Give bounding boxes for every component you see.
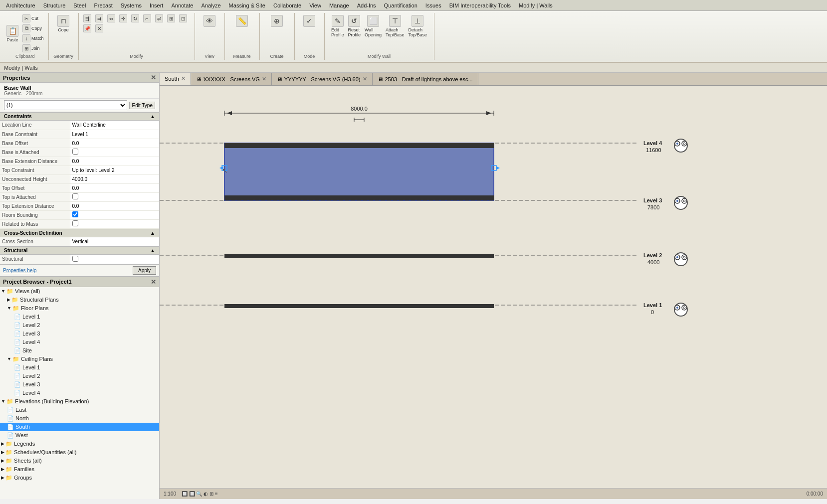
menu-insert[interactable]: Insert [146, 1, 168, 9]
top-attached-checkbox[interactable] [72, 193, 78, 199]
cut-button[interactable]: ✂ Cut [21, 14, 45, 23]
detach-top-base-button[interactable]: ⊥ DetachTop/Base [407, 14, 429, 38]
join-button[interactable]: ⊞ Join [21, 44, 45, 53]
tree-ceil-level2[interactable]: 📄 Level 2 [0, 372, 159, 380]
canvas-area[interactable]: 8000.0 Level 4 11600 [160, 86, 827, 488]
pin-button[interactable]: 📌 [82, 24, 93, 33]
measure-button[interactable]: 📏 [234, 14, 249, 28]
match-button[interactable]: ↕ Match [21, 34, 45, 43]
instance-count-select[interactable]: (1) [4, 100, 127, 110]
menu-quantification[interactable]: Quantification [380, 1, 421, 9]
menu-precast[interactable]: Precast [90, 1, 116, 9]
tree-families[interactable]: ▶ 📁 Families [0, 465, 159, 474]
properties-help-link[interactable]: Properties help [3, 268, 36, 273]
copy-button[interactable]: ⧉ Copy [21, 24, 45, 33]
tab-draft[interactable]: 🖥 2503 - Draft of lightings above esc... [373, 73, 478, 85]
menu-steel[interactable]: Steel [69, 1, 90, 9]
unconnected-height-input[interactable] [72, 176, 158, 182]
top-ext-dist-input[interactable] [72, 203, 158, 209]
tree-floor-level2[interactable]: 📄 Level 2 [0, 321, 159, 330]
edit-profile-button[interactable]: ✎ EditProfile [330, 14, 346, 38]
tree-elev-east[interactable]: 📄 East [0, 406, 159, 414]
apply-button[interactable]: Apply [133, 266, 156, 275]
align-button[interactable]: ⇶ [82, 14, 93, 23]
menu-addins[interactable]: Add-Ins [353, 1, 380, 9]
menu-issues[interactable]: Issues [421, 1, 445, 9]
tree-ceil-level1[interactable]: 📄 Level 1 [0, 363, 159, 372]
properties-close-button[interactable]: ✕ [151, 74, 156, 81]
tree-floor-level4[interactable]: 📄 Level 4 [0, 338, 159, 346]
menu-collaborate[interactable]: Collaborate [269, 1, 305, 9]
location-line-input[interactable] [72, 122, 158, 128]
cross-section-header[interactable]: Cross-Section Definition ▲ [0, 229, 159, 237]
structural-arrow[interactable]: ▲ [150, 248, 155, 253]
base-constraint-input[interactable] [72, 132, 158, 137]
tree-views-all[interactable]: ▼ 📁 Views (all) [0, 287, 159, 296]
array-button[interactable]: ⊞ [166, 14, 177, 23]
menu-annotate[interactable]: Annotate [167, 1, 197, 9]
project-browser-close[interactable]: ✕ [151, 278, 156, 286]
tab-south[interactable]: South ✕ [160, 73, 191, 85]
scale-button[interactable]: ⊡ [178, 14, 189, 23]
split-button[interactable]: ⇌ [154, 14, 165, 23]
tree-ceil-level3[interactable]: 📄 Level 3 [0, 380, 159, 389]
menu-architecture[interactable]: Architecture [2, 1, 39, 9]
tree-elevations[interactable]: ▼ 📁 Elevations (Building Elevation) [0, 397, 159, 406]
top-constraint-input[interactable] [72, 168, 158, 173]
tree-floor-plans[interactable]: ▼ 📁 Floor Plans [0, 304, 159, 313]
mirror-button[interactable]: ⇔ [106, 14, 117, 23]
room-bounding-checkbox[interactable] [72, 211, 78, 217]
tree-floor-level3[interactable]: 📄 Level 3 [0, 330, 159, 338]
cope-button[interactable]: ⊓ Cope [56, 14, 71, 33]
tree-floor-level1[interactable]: 📄 Level 1 [0, 313, 159, 321]
menu-bim[interactable]: BIM Interoperability Tools [445, 1, 515, 9]
menu-structure[interactable]: Structure [39, 1, 70, 9]
edit-type-button[interactable]: Edit Type [129, 102, 155, 109]
menu-systems[interactable]: Systems [117, 1, 146, 9]
view-control[interactable]: 👁 [202, 14, 217, 28]
structural-header[interactable]: Structural ▲ [0, 246, 159, 255]
tree-schedules[interactable]: ▶ 📁 Schedules/Quantities (all) [0, 448, 159, 457]
trim-button[interactable]: ⌐ [142, 14, 153, 23]
cross-section-input[interactable] [72, 239, 158, 244]
tree-elev-north[interactable]: 📄 North [0, 414, 159, 423]
top-offset-input[interactable] [72, 185, 158, 191]
reset-profile-button[interactable]: ↺ ResetProfile [346, 14, 362, 38]
mode-button[interactable]: ✓ [302, 14, 317, 28]
constraints-collapse-arrow[interactable]: ▲ [150, 114, 155, 119]
tab-screens-vg-close[interactable]: ✕ [262, 76, 266, 82]
tree-structural-plans[interactable]: ▶ 📁 Structural Plans [0, 296, 159, 304]
tree-elev-south[interactable]: 📄 South [0, 423, 159, 431]
tree-groups[interactable]: ▶ 📁 Groups [0, 474, 159, 482]
base-ext-dist-input[interactable] [72, 159, 158, 164]
menu-modify-walls[interactable]: Modify | Walls [515, 1, 557, 9]
offset-button[interactable]: ⇉ [94, 14, 105, 23]
tree-ceiling-plans[interactable]: ▼ 📁 Ceiling Plans [0, 355, 159, 363]
delete-button[interactable]: ✕ [94, 24, 105, 33]
paste-button[interactable]: 📋 Paste [5, 24, 20, 43]
tree-sheets[interactable]: ▶ 📁 Sheets (all) [0, 457, 159, 465]
tree-floor-site[interactable]: 📄 Site [0, 346, 159, 355]
menu-massing[interactable]: Massing & Site [225, 1, 269, 9]
tree-elev-west[interactable]: 📄 West [0, 431, 159, 440]
constraints-section-header[interactable]: Constraints ▲ [0, 112, 159, 121]
menu-view[interactable]: View [305, 1, 325, 9]
tab-screens-vg2[interactable]: 🖥 YYYYYY - Screens VG (H3.60) ✕ [272, 73, 373, 85]
tab-south-close[interactable]: ✕ [181, 75, 186, 82]
wall-opening-button[interactable]: ⬜ WallOpening [363, 14, 383, 38]
base-attached-checkbox[interactable] [72, 149, 78, 155]
move-button[interactable]: ✛ [118, 14, 129, 23]
arrow-handle-right[interactable] [496, 166, 500, 170]
related-to-mass-checkbox[interactable] [72, 220, 78, 226]
tab-screens-vg2-close[interactable]: ✕ [363, 76, 367, 82]
wall-rect[interactable] [224, 143, 494, 200]
rotate-button[interactable]: ↻ [130, 14, 141, 23]
menu-analyze[interactable]: Analyze [197, 1, 224, 9]
tab-screens-vg[interactable]: 🖥 XXXXXX - Screens VG ✕ [191, 73, 272, 85]
create-button[interactable]: ⊕ [269, 14, 284, 28]
cross-section-arrow[interactable]: ▲ [150, 230, 155, 236]
tree-ceil-level4[interactable]: 📄 Level 4 [0, 389, 159, 397]
tree-legends[interactable]: ▶ 📁 Legends [0, 440, 159, 448]
menu-manage[interactable]: Manage [325, 1, 353, 9]
structural-checkbox[interactable] [72, 256, 78, 262]
